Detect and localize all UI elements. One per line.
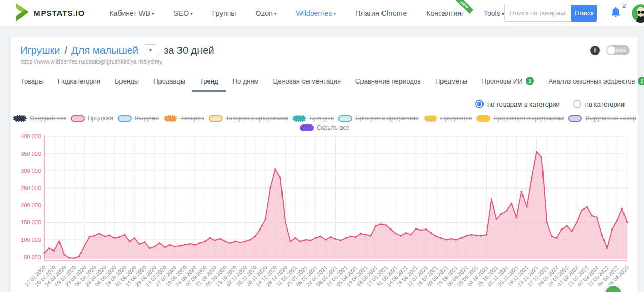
legend-item-4[interactable]: Товаров bbox=[164, 115, 204, 122]
data-point-marker bbox=[390, 228, 392, 231]
legend-item-2[interactable]: Продажи bbox=[71, 115, 113, 122]
legend-label: Скрыть все bbox=[317, 124, 349, 131]
tab-label: Ценовая сегментация bbox=[273, 77, 341, 85]
radio-по-товарам-в-категории[interactable]: по товарам в категории bbox=[475, 100, 560, 108]
breadcrumb-link-igrushki[interactable]: Игрушки bbox=[20, 45, 61, 56]
data-point-marker bbox=[204, 241, 206, 243]
data-point-marker bbox=[410, 234, 412, 236]
logo-text: MPSTATS.IO bbox=[34, 9, 85, 17]
y-axis-tick-label: 100 000 bbox=[21, 237, 41, 243]
legend-label: Продавцов с продажами bbox=[493, 115, 564, 122]
data-point-marker bbox=[325, 239, 327, 241]
data-point-marker bbox=[541, 156, 543, 158]
nav-item-seo[interactable]: SEO▾ bbox=[174, 9, 193, 17]
category-dropdown-button[interactable]: ▼ bbox=[144, 44, 157, 56]
data-point-marker bbox=[430, 232, 432, 234]
legend-swatch-icon bbox=[338, 115, 352, 122]
user-avatar[interactable] bbox=[632, 4, 644, 23]
data-point-marker bbox=[380, 223, 382, 225]
data-point-marker bbox=[506, 210, 508, 212]
view-options: по товарам в категориипо категории bbox=[11, 92, 638, 108]
breadcrumb-link-dlya-malyshey[interactable]: Для малышей bbox=[71, 45, 138, 56]
legend-item-9[interactable]: Продавцов с продажами bbox=[476, 115, 564, 122]
data-point-marker bbox=[63, 254, 65, 256]
tab-label: Продавцы bbox=[153, 77, 185, 85]
nav-item-tools[interactable]: Tools▾ bbox=[484, 9, 504, 17]
legend-item-7[interactable]: Брендов с продажами bbox=[338, 115, 418, 122]
data-point-marker bbox=[445, 239, 447, 241]
data-point-marker bbox=[88, 236, 90, 238]
legend-item-5[interactable]: Товаров с продажами bbox=[209, 115, 288, 122]
category-url: https://www.wildberries.ru/catalog/igrus… bbox=[11, 56, 638, 65]
y-axis-tick-label: 200 000 bbox=[21, 202, 41, 208]
legend-swatch-icon bbox=[71, 115, 85, 122]
y-axis-tick-label: 150 000 bbox=[21, 219, 41, 225]
data-point-marker bbox=[546, 222, 548, 224]
tab-label: Прогнозы ИИ bbox=[481, 77, 522, 85]
data-point-marker bbox=[274, 168, 276, 170]
legend-item-6[interactable]: Брендов bbox=[292, 115, 334, 122]
data-point-marker bbox=[144, 241, 146, 243]
tab-предметы[interactable]: Предметы bbox=[428, 71, 474, 92]
chart-legend-row-2: Скрыть все bbox=[11, 124, 638, 131]
nav-item-консалтинг[interactable]: КонсалтингNEW bbox=[426, 9, 464, 17]
radio-label: по товарам в категории bbox=[487, 100, 560, 108]
legend-item-1[interactable]: Средний чек bbox=[13, 115, 66, 122]
tab-тренд[interactable]: Тренд bbox=[192, 71, 225, 92]
trend-chart[interactable]: 50 000100 000150 000200 000250 000300 00… bbox=[11, 132, 638, 291]
legend-swatch-icon bbox=[424, 115, 437, 122]
data-point-marker bbox=[591, 215, 593, 217]
data-point-marker bbox=[299, 241, 301, 243]
tab-продавцы[interactable]: Продавцы bbox=[146, 71, 192, 92]
data-point-marker bbox=[581, 210, 583, 212]
data-point-marker bbox=[73, 257, 75, 259]
nav-item-wildberries[interactable]: Wildberries▾ bbox=[296, 9, 336, 17]
data-point-marker bbox=[350, 235, 352, 237]
tab-label: Бренды bbox=[115, 77, 139, 85]
data-point-marker bbox=[294, 237, 296, 239]
nav-item-кабинет-wb[interactable]: Кабинет WB▾ bbox=[109, 9, 154, 17]
data-point-marker bbox=[601, 234, 603, 236]
bell-icon bbox=[610, 11, 621, 20]
radio-по-категории[interactable]: по категории bbox=[573, 100, 625, 108]
data-point-marker bbox=[109, 234, 111, 236]
legend-item-11[interactable]: Скрыть все bbox=[300, 124, 349, 131]
data-point-marker bbox=[420, 229, 422, 231]
legend-item-8[interactable]: Продавцов bbox=[424, 115, 472, 122]
legend-item-3[interactable]: Выручка bbox=[118, 115, 159, 122]
search-box: Поиск bbox=[504, 5, 597, 22]
fbs-toggle[interactable]: FBS bbox=[606, 45, 630, 55]
legend-label: Брендов bbox=[309, 115, 334, 122]
data-point-marker bbox=[93, 235, 95, 237]
mpstats-logo[interactable]: MPSTATS.IO bbox=[15, 3, 85, 24]
nav-item-группы[interactable]: Группы bbox=[212, 9, 236, 17]
info-icon[interactable]: i bbox=[590, 46, 600, 55]
tab-бренды[interactable]: Бренды bbox=[108, 71, 146, 92]
data-point-marker bbox=[586, 206, 588, 208]
data-point-marker bbox=[440, 237, 442, 239]
notifications-button[interactable]: 2 bbox=[610, 6, 623, 20]
tab-ценовая-сегментация[interactable]: Ценовая сегментация bbox=[266, 71, 349, 92]
tab-подкатегории[interactable]: Подкатегории bbox=[51, 71, 108, 92]
tab-label: Предметы bbox=[435, 77, 467, 85]
beta-badge-icon: β bbox=[638, 77, 644, 85]
legend-label: Выручка bbox=[135, 115, 159, 122]
tab-анализ-сезонных-эффектов[interactable]: Анализ сезонных эффектовβ bbox=[541, 71, 644, 92]
search-input[interactable] bbox=[504, 5, 571, 22]
search-button[interactable]: Поиск bbox=[571, 5, 597, 22]
tab-товары[interactable]: Товары bbox=[13, 71, 51, 92]
tab-по-дням[interactable]: По дням bbox=[226, 71, 266, 92]
data-point-marker bbox=[48, 247, 50, 249]
data-point-marker bbox=[310, 240, 312, 242]
tab-прогнозы-ии[interactable]: Прогнозы ИИβ bbox=[474, 71, 541, 92]
data-point-marker bbox=[134, 237, 136, 239]
tab-label: Тренд bbox=[199, 77, 218, 85]
nav-item-плагин-chrome[interactable]: Плагин Chrome bbox=[355, 9, 407, 17]
data-point-marker bbox=[189, 243, 191, 245]
tab-сравнение-периодов[interactable]: Сравнение периодов bbox=[348, 71, 428, 92]
data-point-marker bbox=[68, 257, 70, 259]
data-point-marker bbox=[495, 218, 497, 220]
data-point-marker bbox=[606, 247, 608, 249]
nav-item-ozon[interactable]: Ozon▾ bbox=[255, 9, 276, 17]
legend-item-10[interactable]: Выручка на товар bbox=[568, 115, 636, 122]
